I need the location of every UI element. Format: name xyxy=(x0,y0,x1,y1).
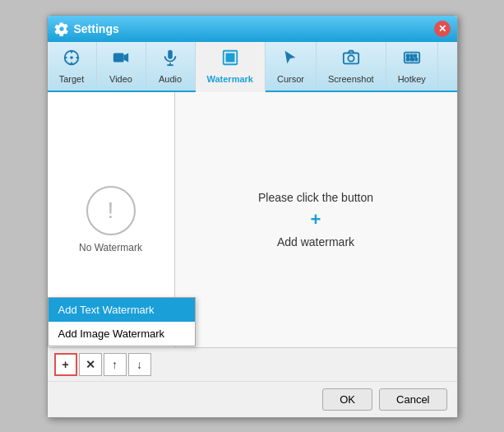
tab-hotkey-label: Hotkey xyxy=(398,74,426,84)
tab-screenshot-label: Screenshot xyxy=(328,74,374,84)
dropdown-menu: Add Text Watermark Add Image Watermark xyxy=(48,297,196,346)
svg-rect-6 xyxy=(113,53,124,62)
svg-marker-7 xyxy=(124,53,129,62)
cursor-icon xyxy=(281,49,299,71)
tab-video-label: Video xyxy=(109,74,132,84)
svg-rect-12 xyxy=(226,53,229,57)
svg-rect-21 xyxy=(414,54,417,57)
window-title: Settings xyxy=(74,22,119,35)
svg-rect-14 xyxy=(226,58,229,61)
svg-point-1 xyxy=(71,57,72,58)
add-plus-icon: + xyxy=(311,209,321,230)
svg-rect-13 xyxy=(231,53,234,57)
no-watermark-label: No Watermark xyxy=(79,242,142,253)
svg-rect-23 xyxy=(410,58,414,60)
tab-bar: Target Video Audio xyxy=(48,42,457,92)
settings-window: Settings ✕ Target xyxy=(47,15,458,418)
svg-rect-24 xyxy=(415,58,417,60)
instruction-text: Please click the button xyxy=(258,191,373,204)
add-button[interactable]: + xyxy=(54,353,77,376)
tab-audio[interactable]: Audio xyxy=(146,42,196,91)
watermark-icon xyxy=(221,49,239,71)
tab-watermark[interactable]: Watermark xyxy=(196,42,266,92)
svg-rect-22 xyxy=(406,58,409,60)
tab-cursor[interactable]: Cursor xyxy=(266,42,317,91)
move-up-button[interactable]: ↑ xyxy=(104,353,127,376)
hotkey-icon xyxy=(403,49,421,71)
tab-hotkey[interactable]: Hotkey xyxy=(386,42,438,91)
svg-rect-19 xyxy=(406,54,409,57)
right-panel: Please click the button + Add watermark xyxy=(175,92,457,347)
video-icon xyxy=(112,49,130,71)
svg-point-17 xyxy=(348,55,354,61)
tab-cursor-label: Cursor xyxy=(277,74,304,84)
cancel-button[interactable]: Cancel xyxy=(379,388,446,411)
svg-rect-15 xyxy=(231,58,234,61)
footer: OK Cancel xyxy=(48,381,457,417)
close-button[interactable]: ✕ xyxy=(434,21,451,37)
tab-watermark-label: Watermark xyxy=(207,74,253,84)
dropdown-add-text[interactable]: Add Text Watermark xyxy=(49,298,195,322)
bottom-toolbar: Add Text Watermark Add Image Watermark +… xyxy=(48,347,457,381)
settings-icon xyxy=(54,21,69,36)
move-down-button[interactable]: ↓ xyxy=(128,353,151,376)
no-watermark-icon: ! xyxy=(86,186,136,235)
add-watermark-label: Add watermark xyxy=(277,235,354,249)
screenshot-icon xyxy=(342,49,360,71)
tab-target[interactable]: Target xyxy=(48,42,97,91)
tab-video[interactable]: Video xyxy=(97,42,146,91)
tab-audio-label: Audio xyxy=(159,74,182,84)
delete-button[interactable]: ✕ xyxy=(79,353,102,376)
title-bar-left: Settings xyxy=(54,21,119,36)
title-bar: Settings ✕ xyxy=(48,16,457,42)
ok-button[interactable]: OK xyxy=(322,388,372,411)
svg-rect-20 xyxy=(410,54,413,57)
dropdown-add-image[interactable]: Add Image Watermark xyxy=(49,322,195,346)
tab-target-label: Target xyxy=(59,74,85,84)
target-icon xyxy=(62,49,81,71)
svg-rect-8 xyxy=(168,49,173,58)
audio-icon xyxy=(161,49,179,71)
tab-screenshot[interactable]: Screenshot xyxy=(317,42,386,91)
